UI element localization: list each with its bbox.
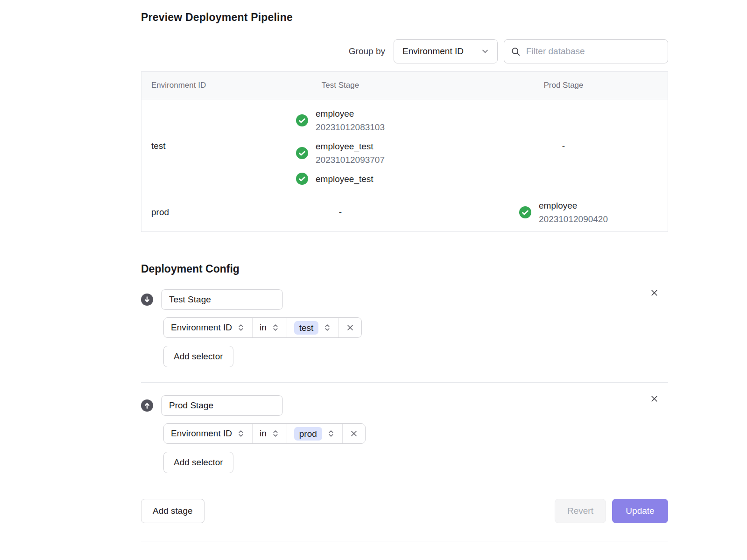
remove-stage-button[interactable] bbox=[646, 391, 662, 406]
pipeline-table-header: Environment ID Test Stage Prod Stage bbox=[141, 72, 668, 99]
remove-selector-button[interactable] bbox=[343, 424, 365, 443]
filter-database-input[interactable] bbox=[525, 46, 661, 57]
content-container: Preview Deployment Pipeline Group by Env… bbox=[141, 0, 668, 541]
test-stage-cell-empty: - bbox=[222, 207, 458, 217]
add-selector-button[interactable]: Add selector bbox=[163, 346, 233, 367]
database-text: employee 20231012083103 bbox=[316, 107, 385, 134]
database-text: employee 20231012090420 bbox=[539, 199, 608, 226]
selector-row: Environment ID in test bbox=[163, 317, 668, 338]
selector-group: Environment ID in test bbox=[163, 317, 362, 338]
database-timestamp: 20231012093707 bbox=[316, 153, 385, 167]
database-list: employee 20231012083103 employee_test 20… bbox=[296, 107, 385, 186]
database-text: employee_test 20231012093707 bbox=[316, 140, 385, 167]
page: Preview Deployment Pipeline Group by Env… bbox=[0, 0, 747, 560]
selector-group: Environment ID in prod bbox=[163, 423, 366, 444]
chevron-up-down-icon bbox=[323, 323, 331, 332]
database-item: employee 20231012083103 bbox=[296, 107, 385, 134]
selector-key-select[interactable]: Environment ID bbox=[164, 424, 253, 443]
stage-config-test: Environment ID in test Ad bbox=[141, 289, 668, 367]
stage-name-input[interactable] bbox=[161, 395, 283, 416]
update-button[interactable]: Update bbox=[612, 499, 668, 523]
prod-stage-cell-empty: - bbox=[458, 141, 669, 151]
stage-name-input[interactable] bbox=[161, 289, 283, 310]
test-stage-cell: employee 20231012083103 employee_test 20… bbox=[222, 107, 458, 186]
prod-stage-cell: employee 20231012090420 bbox=[458, 199, 669, 226]
close-icon bbox=[649, 394, 659, 404]
selector-row: Environment ID in prod bbox=[163, 423, 668, 444]
chevron-up-down-icon bbox=[237, 429, 245, 438]
check-circle-icon bbox=[296, 173, 308, 185]
selector-key-select[interactable]: Environment ID bbox=[164, 318, 253, 337]
chevron-down-icon bbox=[480, 47, 490, 56]
table-row: prod - employee 20231012090420 bbox=[141, 193, 668, 231]
close-icon bbox=[345, 323, 355, 332]
footer-actions: Add stage Revert Update bbox=[141, 499, 668, 523]
database-item: employee 20231012090420 bbox=[519, 199, 608, 226]
group-by-selected-value: Environment ID bbox=[402, 46, 464, 56]
stage-config-prod: Environment ID in prod Ad bbox=[141, 395, 668, 473]
selector-operator-value: in bbox=[260, 428, 267, 439]
environment-id-cell: prod bbox=[141, 207, 222, 217]
selector-key-value: Environment ID bbox=[171, 322, 232, 333]
table-row: test employee 20231012083103 bbox=[141, 99, 668, 193]
column-header-prod-stage: Prod Stage bbox=[458, 81, 669, 90]
column-header-test-stage: Test Stage bbox=[222, 81, 458, 90]
database-item: employee_test bbox=[296, 172, 374, 186]
database-item: employee_test 20231012093707 bbox=[296, 140, 385, 167]
check-circle-icon bbox=[519, 206, 531, 218]
remove-stage-button[interactable] bbox=[646, 285, 662, 301]
selector-operator-value: in bbox=[260, 322, 267, 333]
check-circle-icon bbox=[296, 114, 308, 126]
selector-value-pill: test bbox=[294, 321, 319, 335]
selector-value-select[interactable]: prod bbox=[287, 424, 343, 443]
toolbar: Group by Environment ID bbox=[141, 39, 668, 63]
close-icon bbox=[649, 288, 659, 298]
arrow-up-circle-icon bbox=[141, 399, 153, 412]
remove-selector-button[interactable] bbox=[339, 318, 361, 337]
deployment-config-title: Deployment Config bbox=[141, 263, 668, 275]
environment-id-cell: test bbox=[141, 141, 222, 151]
close-icon bbox=[349, 429, 359, 438]
database-list: employee 20231012090420 bbox=[519, 199, 608, 226]
add-selector-button[interactable]: Add selector bbox=[163, 452, 233, 473]
database-text: employee_test bbox=[316, 172, 374, 186]
chevron-up-down-icon bbox=[271, 323, 280, 332]
selector-operator-select[interactable]: in bbox=[253, 318, 287, 337]
group-by-label: Group by bbox=[349, 46, 385, 56]
chevron-up-down-icon bbox=[271, 429, 280, 438]
stage-header bbox=[141, 289, 668, 310]
bottom-divider bbox=[141, 541, 668, 541]
chevron-up-down-icon bbox=[327, 429, 335, 438]
footer-divider bbox=[141, 487, 668, 487]
search-icon bbox=[511, 47, 521, 56]
database-name: employee bbox=[316, 107, 385, 120]
selector-operator-select[interactable]: in bbox=[253, 424, 287, 443]
pipeline-table: Environment ID Test Stage Prod Stage tes… bbox=[141, 71, 668, 232]
selector-value-pill: prod bbox=[294, 427, 322, 441]
stage-header bbox=[141, 395, 668, 416]
check-circle-icon bbox=[296, 147, 308, 159]
filter-database-box[interactable] bbox=[504, 39, 668, 63]
revert-button[interactable]: Revert bbox=[555, 499, 606, 523]
page-title: Preview Deployment Pipeline bbox=[141, 11, 668, 24]
database-name: employee bbox=[539, 199, 608, 212]
arrow-down-circle-icon bbox=[141, 294, 153, 306]
add-stage-button[interactable]: Add stage bbox=[141, 499, 204, 523]
stage-divider bbox=[141, 382, 668, 383]
selector-key-value: Environment ID bbox=[171, 428, 232, 439]
chevron-up-down-icon bbox=[237, 323, 245, 332]
database-timestamp: 20231012083103 bbox=[316, 120, 385, 134]
database-name: employee_test bbox=[316, 140, 385, 153]
group-by-select[interactable]: Environment ID bbox=[394, 39, 498, 63]
selector-value-select[interactable]: test bbox=[287, 318, 339, 337]
database-name: employee_test bbox=[316, 172, 374, 186]
column-header-environment-id: Environment ID bbox=[141, 81, 222, 90]
database-timestamp: 20231012090420 bbox=[539, 212, 608, 226]
